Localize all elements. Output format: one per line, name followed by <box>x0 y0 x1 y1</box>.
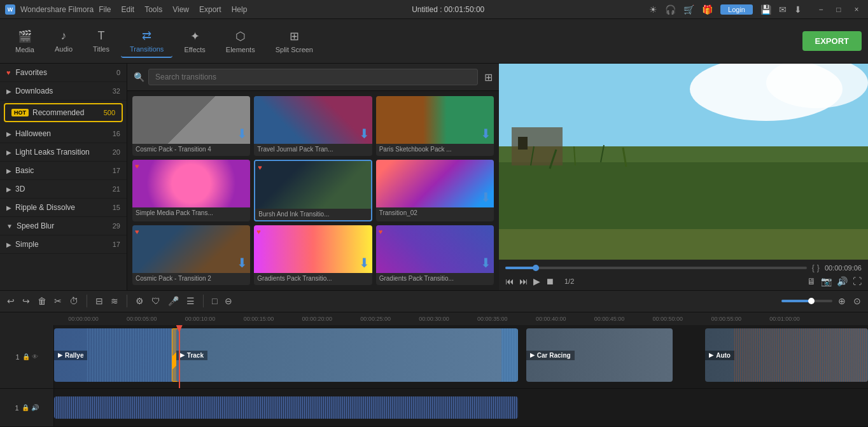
track-a1-lock-icon[interactable]: 🔒 <box>22 404 29 411</box>
downloads-count: 32 <box>113 87 120 95</box>
clip-auto[interactable]: ▶ Auto <box>705 328 868 382</box>
mail-icon[interactable]: ✉ <box>779 4 787 15</box>
download-icon[interactable]: ⬇ <box>794 4 802 15</box>
headphone-icon[interactable]: 🎧 <box>665 4 676 15</box>
login-button[interactable]: Login <box>720 4 753 15</box>
ruler-time-4: 00:00:20:00 <box>288 316 346 322</box>
toolbar-effects[interactable]: ✦ Effects <box>175 25 214 57</box>
transition-thumb-4: ♥ <box>255 161 370 209</box>
volume-icon[interactable]: 🔊 <box>837 276 848 286</box>
sidebar-item-recommended[interactable]: HOT Recommended 500 <box>4 103 123 122</box>
step-back-icon[interactable]: ⏮ <box>505 276 514 286</box>
zoom-handle[interactable] <box>808 298 815 304</box>
ripple-count: 15 <box>113 204 120 211</box>
monitor-icon[interactable]: 🖥 <box>807 276 816 286</box>
clip-car-racing[interactable]: ▶ Car Racing <box>526 328 673 382</box>
history-icon[interactable]: ⏱ <box>67 294 80 308</box>
bracket-left-icon[interactable]: { <box>812 263 815 272</box>
search-input[interactable] <box>148 69 478 85</box>
transition-item-5[interactable]: ⬇ Transition_02 <box>376 160 494 222</box>
sidebar-item-3d[interactable]: ▶ 3D 21 <box>0 180 127 199</box>
sidebar-item-downloads[interactable]: ▶ Downloads 32 <box>0 82 127 101</box>
settings-icon[interactable]: ⚙ <box>134 294 146 308</box>
close-button[interactable]: × <box>850 5 863 14</box>
clip-track[interactable]: ▶ Track <box>176 328 502 382</box>
frame-back-icon[interactable]: ⏭ <box>519 276 528 286</box>
play-icon[interactable]: ▶ <box>533 276 540 286</box>
track-label-v1: 1 🔒 👁 <box>0 325 53 389</box>
sidebar-item-basic[interactable]: ▶ Basic 17 <box>0 162 127 180</box>
track-a1-number: 1 <box>15 404 18 412</box>
toolbar-divider-2 <box>127 295 127 307</box>
camera-icon[interactable]: 📷 <box>821 276 832 286</box>
track-a1-controls: 🔒 🔊 <box>22 404 39 411</box>
menu-help[interactable]: Help <box>232 5 248 14</box>
sidebar-item-favorites[interactable]: ♥ Favorites 0 <box>0 64 127 82</box>
transition-item-4[interactable]: ♥ Bursh And Ink Transitio... <box>254 160 372 222</box>
toolbar-audio[interactable]: ♪ Audio <box>46 25 81 57</box>
menu-tools[interactable]: Tools <box>144 5 162 14</box>
clip-auto-label: ▶ Auto <box>705 351 734 360</box>
save-icon[interactable]: 💾 <box>760 4 771 15</box>
fullscreen-icon[interactable]: ⛶ <box>853 276 862 286</box>
menu-file[interactable]: File <box>99 5 111 14</box>
zoom-in-icon[interactable]: ⊕ <box>836 294 848 308</box>
toolbar-splitscreen[interactable]: ⊞ Split Screen <box>267 25 322 57</box>
menu-export[interactable]: Export <box>199 5 221 14</box>
sidebar-item-simple[interactable]: ▶ Simple 17 <box>0 235 127 254</box>
transition-item-1[interactable]: ⬇ Travel Journal Pack Tran... <box>254 96 372 156</box>
sidebar-item-halloween[interactable]: ▶ Halloween 16 <box>0 125 127 143</box>
threed-count: 21 <box>113 185 120 193</box>
minimize-button[interactable]: − <box>815 5 827 14</box>
transition-item-3[interactable]: ♥ Simple Media Pack Trans... <box>132 160 250 222</box>
menu-edit[interactable]: Edit <box>122 5 135 14</box>
render-icon[interactable]: □ <box>210 294 219 308</box>
track-eye-icon[interactable]: 👁 <box>32 353 38 360</box>
sidebar-item-light-leaks[interactable]: ▶ Light Leaks Transition 20 <box>0 143 127 162</box>
basic-label: Basic <box>15 166 113 175</box>
time-display: 00:00:09:06 <box>825 264 862 272</box>
cart-icon[interactable]: 🛒 <box>683 4 694 15</box>
waveform-icon[interactable]: ≋ <box>109 294 120 308</box>
brightness-icon[interactable]: ☀ <box>649 4 657 15</box>
undo-icon[interactable]: ↩ <box>5 294 17 308</box>
playback-controls: ⏮ ⏭ ▶ ⏹ 1/2 🖥 📷 🔊 ⛶ <box>505 276 862 286</box>
toolbar-transitions[interactable]: ⇄ Transitions <box>121 25 172 58</box>
gift-icon[interactable]: 🎁 <box>702 4 713 15</box>
audio-clip[interactable] <box>54 396 518 419</box>
progress-handle[interactable] <box>533 265 539 271</box>
window-controls[interactable]: − □ × <box>815 5 863 14</box>
sidebar-item-ripple[interactable]: ▶ Ripple & Dissolve 15 <box>0 199 127 217</box>
adjust-icon[interactable]: ⊟ <box>94 294 105 308</box>
zoom-out-icon[interactable]: ⊖ <box>223 294 234 308</box>
redo-icon[interactable]: ↪ <box>20 294 32 308</box>
transition-item-2[interactable]: ⬇ Paris Sketchbook Pack ... <box>376 96 494 156</box>
fit-icon[interactable]: ⊙ <box>851 294 863 308</box>
grid-toggle-icon[interactable]: ⊞ <box>484 71 493 83</box>
timeline-area: ↩ ↪ 🗑 ✂ ⏱ ⊟ ≋ ⚙ 🛡 🎤 ☰ □ ⊖ ⊕ ⊙ 00:00:00:0… <box>0 290 868 427</box>
transition-item-6[interactable]: ♥ ⬇ Cosmic Pack - Transition 2 <box>132 225 250 285</box>
mic-icon[interactable]: 🎤 <box>166 294 181 308</box>
toolbar-media[interactable]: 🎬 Media <box>6 25 43 57</box>
arrow-icon: ▶ <box>6 241 11 248</box>
maximize-button[interactable]: □ <box>832 5 845 14</box>
transition-item-8[interactable]: ♥ ⬇ Gradients Pack Transitio... <box>376 225 494 285</box>
sidebar-item-speedblur[interactable]: ▼ Speed Blur 29 <box>0 217 127 235</box>
stop-icon[interactable]: ⏹ <box>545 276 554 286</box>
menu-view[interactable]: View <box>172 5 189 14</box>
shield-icon[interactable]: 🛡 <box>150 294 162 308</box>
bracket-right-icon[interactable]: } <box>817 263 820 272</box>
transition-item-7[interactable]: ♥ ⬇ Gradients Pack Transitio... <box>254 225 372 285</box>
toolbar-titles[interactable]: T Titles <box>84 25 118 57</box>
track-lock-icon[interactable]: 🔒 <box>22 353 30 360</box>
export-button[interactable]: EXPORT <box>802 31 862 51</box>
delete-icon[interactable]: 🗑 <box>36 294 48 308</box>
toolbar-elements[interactable]: ⬡ Elements <box>217 25 264 57</box>
cut-icon[interactable]: ✂ <box>52 294 64 308</box>
menu-icon[interactable]: ☰ <box>185 294 197 308</box>
track-a1-mute-icon[interactable]: 🔊 <box>31 404 39 411</box>
menu-bar[interactable]: File Edit Tools View Export Help <box>99 5 247 14</box>
transition-item-0[interactable]: ⬇ Cosmic Pack - Transition 4 <box>132 96 250 156</box>
zoom-bar[interactable] <box>781 300 832 302</box>
progress-bar[interactable] <box>505 267 807 269</box>
